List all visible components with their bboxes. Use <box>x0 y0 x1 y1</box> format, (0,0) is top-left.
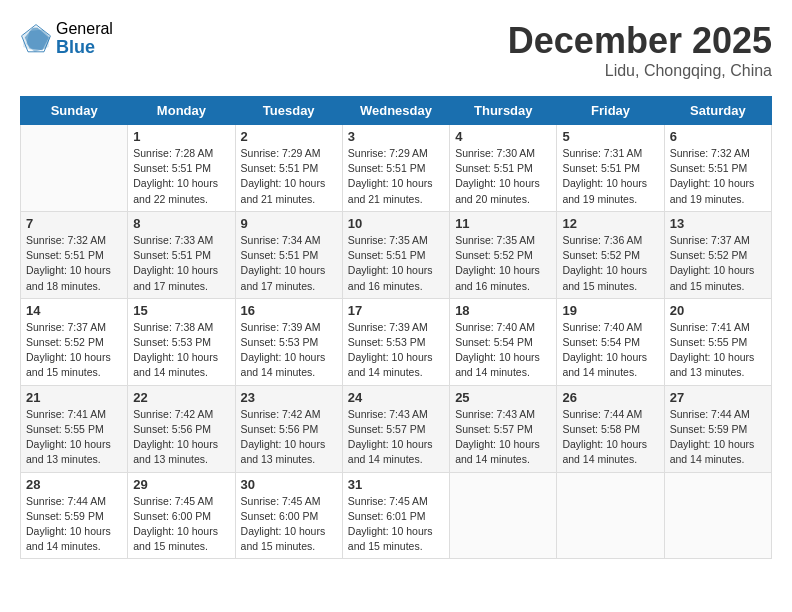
day-info: Sunrise: 7:30 AM Sunset: 5:51 PM Dayligh… <box>455 146 551 207</box>
day-info: Sunrise: 7:31 AM Sunset: 5:51 PM Dayligh… <box>562 146 658 207</box>
day-info: Sunrise: 7:45 AM Sunset: 6:00 PM Dayligh… <box>241 494 337 555</box>
weekday-header-friday: Friday <box>557 97 664 125</box>
day-number: 25 <box>455 390 551 405</box>
calendar-week-2: 7Sunrise: 7:32 AM Sunset: 5:51 PM Daylig… <box>21 211 772 298</box>
day-info: Sunrise: 7:39 AM Sunset: 5:53 PM Dayligh… <box>348 320 444 381</box>
day-number: 9 <box>241 216 337 231</box>
day-info: Sunrise: 7:41 AM Sunset: 5:55 PM Dayligh… <box>670 320 766 381</box>
day-info: Sunrise: 7:37 AM Sunset: 5:52 PM Dayligh… <box>26 320 122 381</box>
calendar-cell: 30Sunrise: 7:45 AM Sunset: 6:00 PM Dayli… <box>235 472 342 559</box>
calendar-cell: 19Sunrise: 7:40 AM Sunset: 5:54 PM Dayli… <box>557 298 664 385</box>
day-number: 29 <box>133 477 229 492</box>
day-number: 13 <box>670 216 766 231</box>
day-number: 14 <box>26 303 122 318</box>
calendar-header: SundayMondayTuesdayWednesdayThursdayFrid… <box>21 97 772 125</box>
calendar-cell: 22Sunrise: 7:42 AM Sunset: 5:56 PM Dayli… <box>128 385 235 472</box>
day-info: Sunrise: 7:39 AM Sunset: 5:53 PM Dayligh… <box>241 320 337 381</box>
day-number: 15 <box>133 303 229 318</box>
day-number: 1 <box>133 129 229 144</box>
day-number: 12 <box>562 216 658 231</box>
calendar-cell <box>21 125 128 212</box>
weekday-header-monday: Monday <box>128 97 235 125</box>
calendar-cell: 7Sunrise: 7:32 AM Sunset: 5:51 PM Daylig… <box>21 211 128 298</box>
calendar-cell: 24Sunrise: 7:43 AM Sunset: 5:57 PM Dayli… <box>342 385 449 472</box>
day-number: 4 <box>455 129 551 144</box>
day-number: 24 <box>348 390 444 405</box>
calendar-week-3: 14Sunrise: 7:37 AM Sunset: 5:52 PM Dayli… <box>21 298 772 385</box>
calendar-cell: 26Sunrise: 7:44 AM Sunset: 5:58 PM Dayli… <box>557 385 664 472</box>
day-number: 5 <box>562 129 658 144</box>
day-number: 6 <box>670 129 766 144</box>
day-info: Sunrise: 7:37 AM Sunset: 5:52 PM Dayligh… <box>670 233 766 294</box>
day-info: Sunrise: 7:43 AM Sunset: 5:57 PM Dayligh… <box>348 407 444 468</box>
day-number: 19 <box>562 303 658 318</box>
calendar-cell: 23Sunrise: 7:42 AM Sunset: 5:56 PM Dayli… <box>235 385 342 472</box>
day-info: Sunrise: 7:44 AM Sunset: 5:58 PM Dayligh… <box>562 407 658 468</box>
day-info: Sunrise: 7:33 AM Sunset: 5:51 PM Dayligh… <box>133 233 229 294</box>
day-info: Sunrise: 7:45 AM Sunset: 6:01 PM Dayligh… <box>348 494 444 555</box>
day-info: Sunrise: 7:32 AM Sunset: 5:51 PM Dayligh… <box>26 233 122 294</box>
page-header: General Blue December 2025 Lidu, Chongqi… <box>20 20 772 80</box>
calendar-cell: 11Sunrise: 7:35 AM Sunset: 5:52 PM Dayli… <box>450 211 557 298</box>
day-number: 28 <box>26 477 122 492</box>
logo-text: General Blue <box>56 20 113 57</box>
location: Lidu, Chongqing, China <box>508 62 772 80</box>
calendar-body: 1Sunrise: 7:28 AM Sunset: 5:51 PM Daylig… <box>21 125 772 559</box>
month-title: December 2025 <box>508 20 772 62</box>
day-info: Sunrise: 7:45 AM Sunset: 6:00 PM Dayligh… <box>133 494 229 555</box>
calendar-cell: 18Sunrise: 7:40 AM Sunset: 5:54 PM Dayli… <box>450 298 557 385</box>
calendar-cell: 3Sunrise: 7:29 AM Sunset: 5:51 PM Daylig… <box>342 125 449 212</box>
day-number: 7 <box>26 216 122 231</box>
logo: General Blue <box>20 20 113 57</box>
day-number: 11 <box>455 216 551 231</box>
weekday-header-sunday: Sunday <box>21 97 128 125</box>
day-info: Sunrise: 7:28 AM Sunset: 5:51 PM Dayligh… <box>133 146 229 207</box>
day-info: Sunrise: 7:29 AM Sunset: 5:51 PM Dayligh… <box>241 146 337 207</box>
day-info: Sunrise: 7:38 AM Sunset: 5:53 PM Dayligh… <box>133 320 229 381</box>
calendar-cell: 25Sunrise: 7:43 AM Sunset: 5:57 PM Dayli… <box>450 385 557 472</box>
logo-general: General <box>56 20 113 38</box>
calendar-cell: 27Sunrise: 7:44 AM Sunset: 5:59 PM Dayli… <box>664 385 771 472</box>
calendar-cell: 8Sunrise: 7:33 AM Sunset: 5:51 PM Daylig… <box>128 211 235 298</box>
day-info: Sunrise: 7:40 AM Sunset: 5:54 PM Dayligh… <box>562 320 658 381</box>
logo-icon <box>20 23 52 55</box>
day-info: Sunrise: 7:44 AM Sunset: 5:59 PM Dayligh… <box>670 407 766 468</box>
day-number: 2 <box>241 129 337 144</box>
day-number: 21 <box>26 390 122 405</box>
calendar-cell: 5Sunrise: 7:31 AM Sunset: 5:51 PM Daylig… <box>557 125 664 212</box>
day-number: 3 <box>348 129 444 144</box>
calendar-cell: 14Sunrise: 7:37 AM Sunset: 5:52 PM Dayli… <box>21 298 128 385</box>
day-number: 18 <box>455 303 551 318</box>
calendar-cell: 13Sunrise: 7:37 AM Sunset: 5:52 PM Dayli… <box>664 211 771 298</box>
calendar-cell <box>450 472 557 559</box>
day-number: 17 <box>348 303 444 318</box>
calendar-cell: 6Sunrise: 7:32 AM Sunset: 5:51 PM Daylig… <box>664 125 771 212</box>
calendar-cell: 21Sunrise: 7:41 AM Sunset: 5:55 PM Dayli… <box>21 385 128 472</box>
day-info: Sunrise: 7:43 AM Sunset: 5:57 PM Dayligh… <box>455 407 551 468</box>
day-info: Sunrise: 7:42 AM Sunset: 5:56 PM Dayligh… <box>133 407 229 468</box>
day-number: 22 <box>133 390 229 405</box>
weekday-header-thursday: Thursday <box>450 97 557 125</box>
calendar-cell: 12Sunrise: 7:36 AM Sunset: 5:52 PM Dayli… <box>557 211 664 298</box>
day-info: Sunrise: 7:36 AM Sunset: 5:52 PM Dayligh… <box>562 233 658 294</box>
calendar-week-1: 1Sunrise: 7:28 AM Sunset: 5:51 PM Daylig… <box>21 125 772 212</box>
day-info: Sunrise: 7:35 AM Sunset: 5:51 PM Dayligh… <box>348 233 444 294</box>
day-number: 20 <box>670 303 766 318</box>
calendar-cell: 20Sunrise: 7:41 AM Sunset: 5:55 PM Dayli… <box>664 298 771 385</box>
day-number: 10 <box>348 216 444 231</box>
calendar-table: SundayMondayTuesdayWednesdayThursdayFrid… <box>20 96 772 559</box>
day-info: Sunrise: 7:35 AM Sunset: 5:52 PM Dayligh… <box>455 233 551 294</box>
day-number: 8 <box>133 216 229 231</box>
day-number: 26 <box>562 390 658 405</box>
day-number: 23 <box>241 390 337 405</box>
calendar-cell: 9Sunrise: 7:34 AM Sunset: 5:51 PM Daylig… <box>235 211 342 298</box>
calendar-cell: 17Sunrise: 7:39 AM Sunset: 5:53 PM Dayli… <box>342 298 449 385</box>
calendar-cell: 2Sunrise: 7:29 AM Sunset: 5:51 PM Daylig… <box>235 125 342 212</box>
weekday-header-tuesday: Tuesday <box>235 97 342 125</box>
day-info: Sunrise: 7:44 AM Sunset: 5:59 PM Dayligh… <box>26 494 122 555</box>
title-area: December 2025 Lidu, Chongqing, China <box>508 20 772 80</box>
weekday-header-wednesday: Wednesday <box>342 97 449 125</box>
calendar-cell: 4Sunrise: 7:30 AM Sunset: 5:51 PM Daylig… <box>450 125 557 212</box>
weekday-header-saturday: Saturday <box>664 97 771 125</box>
calendar-cell: 10Sunrise: 7:35 AM Sunset: 5:51 PM Dayli… <box>342 211 449 298</box>
